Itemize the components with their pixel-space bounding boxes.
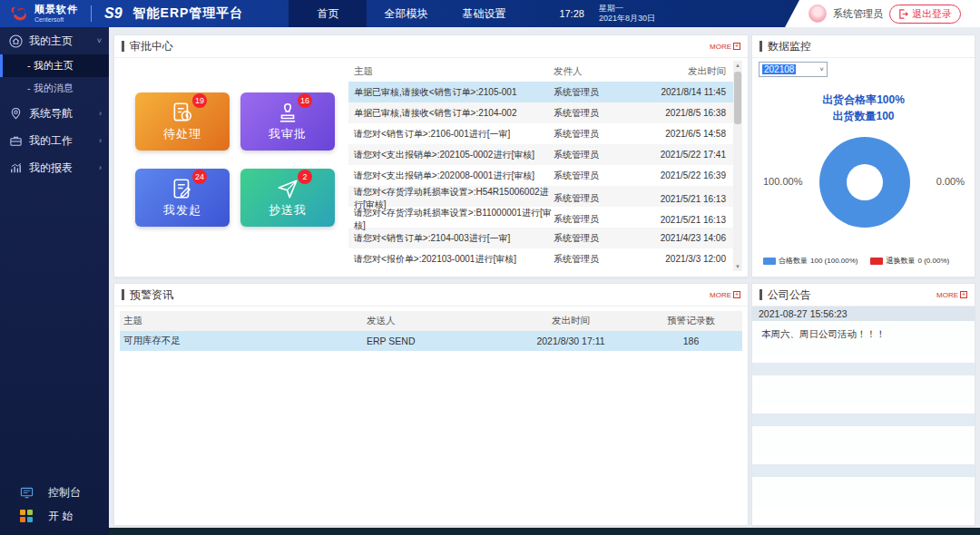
title-bar-accent [122,289,124,300]
divider [91,5,92,22]
donut-label-left: 100.00% [763,176,802,187]
panel-title: 预警资讯 [130,287,173,303]
period-select-value: 202108 [762,64,796,74]
logout-label: 退出登录 [912,7,952,21]
start-button[interactable]: 开 始 [0,504,109,528]
announcement-text[interactable]: 本周六、周日公司活动！！！ [752,321,975,355]
announcement-empty-slot [752,413,975,426]
user-name: 系统管理员 [833,7,883,21]
tab-all-modules[interactable]: 全部模块 [367,0,445,27]
table-row[interactable]: 请您对<报价单>:202103-0001进行[审核] 系统管理员 2021/3/… [348,248,733,269]
chevron-down-icon: ˅ [97,36,102,45]
start-label: 开 始 [48,509,73,524]
stamp-icon [276,101,299,124]
map-pin-icon [9,107,23,121]
sidebar-item-system-nav[interactable]: 系统导航 › [0,100,109,127]
approval-center-panel: 审批中心 MORE + 19 待处理 [113,34,749,277]
tile-label: 待处理 [163,126,201,142]
table-row[interactable]: 单据已审核,请接收<销售订单>:2105-001 系统管理员 2021/8/14… [348,82,733,102]
scrollbar-thumb[interactable] [734,72,741,124]
tab-home[interactable]: 首页 [289,0,367,27]
pending-count-badge: 19 [192,93,207,108]
bottom-status-bar [109,528,980,535]
table-row[interactable]: 可用库存不足 ERP SEND 2021/8/30 17:11 186 [120,331,742,351]
sidebar-item-my-reports[interactable]: 我的报表 › [0,154,109,181]
chevron-down-icon: ˅ [819,65,824,73]
legend-swatch-red [870,258,883,265]
legend-swatch-blue [763,258,776,265]
brand-subtitle: Centersoft [34,16,78,23]
period-select[interactable]: 202108 ˅ [759,62,828,77]
alerts-table-header: 主题 发送人 发出时间 预警记录数 [120,311,742,331]
table-scrollbar[interactable]: ▲ ▼ [733,61,742,271]
table-row[interactable]: 请您对<支出报销单>:202008-0001进行[审核] 系统管理员 2021/… [348,165,733,186]
donut-label-right: 0.00% [936,176,965,187]
date: 2021年8月30日 [599,14,655,24]
scroll-up-arrow[interactable]: ▲ [733,63,742,68]
sidebar-item-label: 我的报表 [29,160,73,176]
donut-chart [819,137,910,228]
app-title: 智能ERP管理平台 [133,5,244,22]
main-nav: 首页 全部模块 基础设置 [289,0,523,27]
announcement-empty-slot [752,464,975,477]
alerts-table: 主题 发送人 发出时间 预警记录数 可用库存不足 ERP SEND 2021/8… [120,311,742,351]
table-row[interactable]: 请您对<存货浮动耗损率设置>:B11000001进行[审核] 系统管理员 202… [348,207,733,228]
chart-legend: 合格数量 100 (100.00%) 退换数量 0 (0.00%) [763,256,949,266]
table-row[interactable]: 请您对<销售订单>:2106-001进行[一审] 系统管理员 2021/6/5 … [348,123,733,144]
document-clock-icon [171,101,194,124]
shipment-qty-text: 出货数量100 [752,108,975,124]
initiated-count-badge: 24 [192,170,207,184]
sidebar-subitem-my-home[interactable]: - 我的主页 [0,54,109,77]
top-bar-user-area: 系统管理员 退出登录 [785,0,980,27]
shipment-summary: 出货合格率100% 出货数量100 [752,92,975,124]
table-row[interactable]: 请您对<支出报销单>:202105-0002进行[审核] 系统管理员 2021/… [348,144,733,165]
more-plus-icon: + [733,291,740,298]
sidebar-item-my-home[interactable]: 我的主页 ˅ [0,27,109,54]
announcements-panel: 公司公告 MORE + 2021-08-27 15:56:23 本周六、周日公司… [751,283,975,526]
tile-cc-to-me[interactable]: 2 抄送我 [240,169,335,227]
panel-title: 审批中心 [130,39,173,54]
legend-returned: 退换数量 0 (0.00%) [870,256,949,266]
table-row[interactable]: 请您对<存货浮动耗损率设置>:H54R15006002进行[审核] 系统管理员 … [348,186,733,207]
tile-my-approvals[interactable]: 16 我审批 [240,92,335,151]
console-button[interactable]: 控制台 [0,481,109,504]
briefcase-icon [9,134,23,148]
title-bar-accent [122,41,124,52]
user-avatar[interactable] [808,5,827,23]
chart-icon [9,161,23,175]
pass-rate-text: 出货合格率100% [752,92,975,108]
home-icon [9,34,23,48]
top-bar: 顺景软件 Centersoft S9 智能ERP管理平台 首页 全部模块 基础设… [0,0,980,27]
legend-qualified: 合格数量 100 (100.00%) [763,256,858,266]
sidebar-item-label: 我的工作 [29,133,73,149]
tab-base-settings[interactable]: 基础设置 [445,0,523,27]
sidebar-subitem-my-messages[interactable]: - 我的消息 [0,77,109,100]
sidebar: 我的主页 ˅ - 我的主页 - 我的消息 系统导航 › 我的工作 › [0,27,109,535]
logout-button[interactable]: 退出登录 [889,5,961,24]
alerts-more-link[interactable]: MORE + [710,291,740,299]
sidebar-item-my-work[interactable]: 我的工作 › [0,127,109,154]
product-logo: S9 [104,5,122,22]
tile-initiated-by-me[interactable]: 24 我发起 [135,169,230,227]
chevron-right-icon: › [99,109,102,118]
cc-count-badge: 2 [298,170,312,184]
tile-label: 抄送我 [269,202,307,219]
more-plus-icon: + [960,291,967,298]
weekday: 星期一 [599,4,655,14]
title-bar-accent [760,289,762,300]
brand-logo: 顺景软件 Centersoft S9 智能ERP管理平台 [0,4,250,24]
tile-pending[interactable]: 19 待处理 [135,92,230,151]
console-label: 控制台 [48,485,81,501]
sidebar-item-label: 系统导航 [29,106,73,122]
scroll-down-arrow[interactable]: ▼ [733,264,742,269]
approval-table-header: 主题 发件人 发出时间 [348,61,733,82]
brand-name: 顺景软件 [34,5,78,15]
tile-label: 我审批 [269,126,307,142]
announce-more-link[interactable]: MORE + [936,291,967,299]
approval-more-link[interactable]: MORE + [710,43,740,51]
alerts-panel: 预警资讯 MORE + 主题 发送人 发出时间 预警记录数 可用库存不足 ERP… [113,283,749,526]
table-row[interactable]: 单据已审核,请接收<销售订单>:2104-002 系统管理员 2021/8/5 … [348,102,733,123]
approval-table: 主题 发件人 发出时间 单据已审核,请接收<销售订单>:2105-001 系统管… [348,61,733,269]
logout-icon [898,9,908,19]
console-monitor-icon [20,486,34,500]
